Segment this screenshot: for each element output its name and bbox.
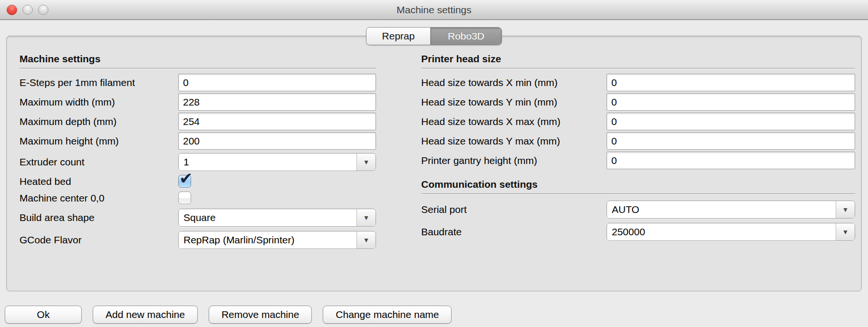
build-area-shape-value: Square	[179, 209, 357, 226]
chevron-down-icon: ▼	[363, 214, 370, 221]
max-height-input[interactable]	[178, 132, 376, 150]
head-y-min-label: Head size towards Y min (mm)	[421, 96, 607, 108]
machine-settings-section: Machine settings E-Steps per 1mm filamen…	[19, 53, 376, 251]
form-row-head-y-max: Head size towards Y max (mm)	[421, 131, 855, 151]
max-height-label: Maximum height (mm)	[19, 135, 178, 147]
max-depth-input[interactable]	[178, 113, 376, 130]
machine-center-checkbox[interactable]: ✔	[178, 192, 191, 204]
dialog-buttons: Ok Add new machine Remove machine Change…	[5, 306, 452, 324]
form-row-baudrate: Baudrate 250000 ▼	[421, 221, 855, 243]
remove-machine-button[interactable]: Remove machine	[209, 306, 312, 324]
gcode-flavor-value: RepRap (Marlin/Sprinter)	[179, 231, 357, 249]
machine-settings-header: Machine settings	[19, 53, 376, 68]
dropdown-arrow-button[interactable]: ▼	[357, 209, 376, 226]
tab-reprap[interactable]: Reprap	[366, 28, 430, 45]
right-column: Printer head size Head size towards X mi…	[421, 53, 855, 251]
add-machine-button[interactable]: Add new machine	[93, 306, 198, 324]
head-x-min-input[interactable]	[607, 74, 855, 91]
form-row-gcode-flavor: GCode Flavor RepRap (Marlin/Sprinter) ▼	[19, 229, 376, 251]
ok-button[interactable]: Ok	[5, 306, 82, 324]
build-area-shape-label: Build area shape	[19, 212, 178, 223]
head-y-max-input[interactable]	[607, 132, 855, 150]
build-area-shape-select[interactable]: Square ▼	[178, 209, 376, 227]
checkmark-icon: ✔	[179, 169, 193, 188]
form-row-gantry-height: Printer gantry height (mm)	[421, 151, 855, 170]
baudrate-select[interactable]: 250000 ▼	[607, 223, 855, 241]
form-row-extruder-count: Extruder count 1 ▼	[19, 151, 376, 173]
head-x-min-label: Head size towards X min (mm)	[421, 77, 607, 88]
extruder-count-select[interactable]: 1 ▼	[178, 153, 376, 171]
max-width-input[interactable]	[178, 93, 376, 111]
max-width-label: Maximum width (mm)	[19, 96, 178, 108]
chevron-down-icon: ▼	[842, 206, 849, 213]
esteps-label: E-Steps per 1mm filament	[19, 77, 178, 88]
form-row-max-depth: Maximum depth (mm)	[19, 112, 376, 131]
chevron-down-icon: ▼	[363, 237, 370, 243]
serial-port-label: Serial port	[421, 204, 607, 215]
settings-panel: Machine settings E-Steps per 1mm filamen…	[6, 36, 862, 291]
gcode-flavor-label: GCode Flavor	[19, 234, 178, 246]
change-machine-name-button[interactable]: Change machine name	[323, 306, 452, 324]
gantry-height-label: Printer gantry height (mm)	[421, 155, 607, 166]
dropdown-arrow-button[interactable]: ▼	[357, 231, 376, 249]
max-depth-label: Maximum depth (mm)	[19, 116, 178, 127]
extruder-count-label: Extruder count	[19, 156, 178, 168]
gcode-flavor-select[interactable]: RepRap (Marlin/Sprinter) ▼	[178, 231, 376, 249]
title-bar: Machine settings	[0, 0, 868, 20]
serial-port-select[interactable]: AUTO ▼	[607, 201, 855, 219]
dropdown-arrow-button[interactable]: ▼	[357, 154, 376, 171]
form-row-head-x-min: Head size towards X min (mm)	[421, 73, 855, 92]
communication-settings-header: Communication settings	[421, 179, 855, 194]
extruder-count-value: 1	[179, 154, 357, 171]
form-row-serial-port: Serial port AUTO ▼	[421, 198, 855, 221]
window-title: Machine settings	[0, 0, 868, 20]
form-row-heated-bed: Heated bed ✔	[19, 173, 376, 190]
heated-bed-checkbox[interactable]: ✔	[178, 175, 191, 188]
heated-bed-label: Heated bed	[19, 176, 178, 187]
machine-center-label: Machine center 0,0	[19, 192, 178, 204]
dropdown-arrow-button[interactable]: ▼	[836, 223, 855, 240]
form-row-machine-center: Machine center 0,0 ✔	[19, 190, 376, 206]
head-x-max-input[interactable]	[607, 113, 855, 130]
form-row-esteps: E-Steps per 1mm filament	[19, 73, 376, 92]
baudrate-label: Baudrate	[421, 226, 607, 238]
form-row-max-width: Maximum width (mm)	[19, 92, 376, 112]
chevron-down-icon: ▼	[363, 159, 370, 165]
head-y-max-label: Head size towards Y max (mm)	[421, 135, 607, 147]
esteps-input[interactable]	[178, 74, 376, 91]
form-row-build-area-shape: Build area shape Square ▼	[19, 206, 376, 229]
dropdown-arrow-button[interactable]: ▼	[836, 201, 855, 218]
tab-robo3d[interactable]: Robo3D	[430, 28, 502, 45]
form-row-head-y-min: Head size towards Y min (mm)	[421, 92, 855, 112]
baudrate-value: 250000	[607, 223, 836, 240]
form-row-max-height: Maximum height (mm)	[19, 131, 376, 151]
form-row-head-x-max: Head size towards X max (mm)	[421, 112, 855, 131]
head-y-min-input[interactable]	[607, 93, 855, 111]
machine-tabs: Reprap Robo3D	[366, 27, 502, 45]
gantry-height-input[interactable]	[607, 152, 855, 169]
printer-head-size-header: Printer head size	[421, 53, 855, 68]
head-x-max-label: Head size towards X max (mm)	[421, 116, 607, 127]
serial-port-value: AUTO	[607, 201, 836, 218]
chevron-down-icon: ▼	[842, 229, 849, 235]
